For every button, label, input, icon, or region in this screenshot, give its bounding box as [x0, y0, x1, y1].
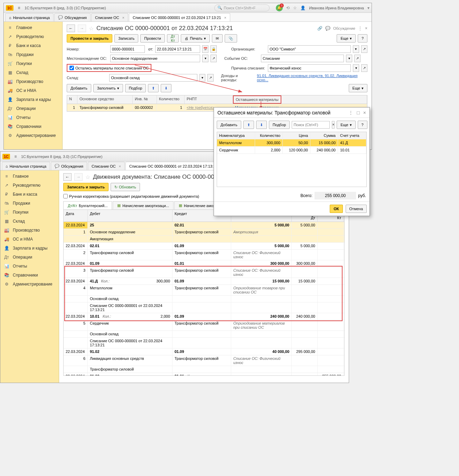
discuss-label[interactable]: Обсуждение [333, 26, 355, 30]
lock-icon[interactable]: 🔒 [210, 45, 217, 53]
close-icon[interactable]: × [365, 26, 367, 31]
sidebar-item-10[interactable]: 📊Отчеты [0, 262, 59, 271]
col-qty[interactable]: Количество [157, 95, 185, 104]
calendar-icon[interactable]: 📅 [202, 45, 208, 53]
open-icon[interactable]: ↗ [207, 74, 214, 82]
sidebar-item-10[interactable]: 📊Отчеты [4, 113, 62, 122]
more-icon[interactable]: ⋮ [358, 26, 362, 31]
refresh-button[interactable]: ↻ Обновить [111, 183, 140, 191]
more-button[interactable]: Еще ▾ [349, 84, 367, 92]
sidebar-item-4[interactable]: 🛒Покупки [0, 208, 59, 217]
more-icon[interactable]: ⋮ [348, 110, 353, 115]
clear-icon[interactable]: × [332, 121, 335, 129]
maximize-icon[interactable]: □ [357, 110, 359, 115]
move-up-button[interactable]: ⬆ [148, 84, 159, 92]
sidebar-item-0[interactable]: ≡Главное [0, 172, 59, 181]
col-inv[interactable]: Инв. № [133, 95, 157, 104]
sidebar-item-7[interactable]: 🚚ОС и НМА [0, 235, 59, 244]
save-button[interactable]: Записать [114, 34, 138, 43]
link-icon[interactable]: 🔗 [317, 26, 322, 31]
print-button[interactable]: 🖨 Печать ▾ [181, 34, 209, 43]
help-button[interactable]: ? [358, 34, 367, 43]
dtkt-button[interactable]: ДтКт [167, 34, 179, 43]
col-sum[interactable]: Сумма [310, 132, 338, 139]
sidebar-item-6[interactable]: 🏭Производство [4, 77, 62, 86]
col-account[interactable]: Счет учета [338, 132, 366, 139]
date-input[interactable] [155, 45, 200, 53]
menu-icon[interactable]: ≡ [16, 6, 22, 10]
dialog-search-input[interactable] [292, 121, 330, 129]
fill-button[interactable]: Заполнить ▾ [93, 84, 123, 92]
sidebar-item-0[interactable]: ≡Главное [4, 23, 62, 32]
dropdown-icon[interactable]: ▾ [367, 6, 369, 10]
table-row[interactable]: Сердечник2,000120 000,00240 000,0010.01 [217, 147, 366, 154]
sidebar-item-3[interactable]: 🛍Продажи [4, 50, 62, 59]
sidebar-item-5[interactable]: ▦Склад [0, 217, 59, 226]
sidebar-item-1[interactable]: ↗Руководителю [0, 181, 59, 190]
mail-button[interactable]: ✉ [212, 34, 223, 43]
sidebar-item-3[interactable]: 🛍Продажи [0, 199, 59, 208]
table-row[interactable]: 22.03.20242502.015 000,005 000,00 [64, 222, 344, 229]
tab-writeoff-doc[interactable]: Списание ОС 0000-000001 от 22.03.2024 17… [125, 162, 221, 170]
menu-icon[interactable]: ≡ [13, 154, 18, 159]
open-icon[interactable]: ↗ [354, 55, 360, 62]
ok-button[interactable]: ОК [330, 205, 343, 213]
sidebar-item-5[interactable]: ▦Склад [4, 68, 62, 77]
open-icon[interactable]: ↗ [210, 55, 217, 62]
col-price[interactable]: Цена [283, 132, 310, 139]
move-down-button[interactable]: ⬇ [161, 84, 171, 92]
sidebar-item-8[interactable]: 👤Зарплата и кадры [4, 95, 62, 104]
nav-back-button[interactable]: ← [67, 25, 75, 32]
location-input[interactable] [110, 55, 200, 62]
add-button[interactable]: Добавить [67, 84, 91, 92]
post-close-button[interactable]: Провести и закрыть [67, 34, 112, 43]
tab-writeoff-doc[interactable]: Списание ОС 0000-000001 от 22.03.2024 17… [129, 13, 230, 21]
table-row[interactable]: 22.03.202410.01 Кол.: 2,00001.09240 000,… [64, 313, 344, 320]
post-button[interactable]: Провести [140, 34, 165, 43]
user-name[interactable]: Иванова Ирина Владимировна [309, 6, 364, 10]
table-row[interactable]: 22.03.202402.0101.095 000,005 000,00 [64, 243, 344, 250]
sidebar-item-6[interactable]: 🏭Производство [0, 226, 59, 235]
sidebar-item-2[interactable]: ₽Банк и касса [0, 190, 59, 199]
close-icon[interactable]: × [122, 16, 124, 20]
col-debit[interactable]: Дебет [88, 210, 172, 222]
sidebar-item-4[interactable]: 🛒Покупки [4, 59, 62, 68]
materials-remain-checkbox[interactable]: Остались материалы после списания ОС [67, 64, 151, 72]
table-row[interactable]: Металлолом300,00050,0015 000,0041.Д [217, 139, 366, 147]
col-rnpt[interactable]: РНПТ [185, 95, 233, 104]
tab-home[interactable]: ⌂Начальная страница [2, 162, 50, 170]
help-button[interactable]: ? [358, 121, 367, 129]
sidebar-item-11[interactable]: 📚Справочники [4, 122, 62, 131]
star-icon[interactable]: ☆ [89, 25, 94, 32]
table-row[interactable]: 22.03.202401.0901.01300 000,00300 000,00 [64, 260, 344, 267]
nav-fwd-button[interactable]: → [78, 25, 86, 32]
close-icon[interactable]: × [363, 110, 366, 115]
open-icon[interactable]: ↗ [361, 45, 367, 53]
tab-amort1[interactable]: ▦Начисление амортизаци... [113, 201, 174, 209]
sidebar-item-11[interactable]: 📚Справочники [0, 271, 59, 280]
sidebar-item-7[interactable]: 🚚ОС и НМА [4, 86, 62, 95]
event-input[interactable] [261, 55, 344, 62]
move-down-button[interactable]: ⬇ [256, 121, 267, 129]
sidebar-item-12[interactable]: ⚙Администрирование [0, 280, 59, 289]
sidebar-item-2[interactable]: ₽Банк и касса [4, 41, 62, 50]
tab-discuss[interactable]: 💬Обсуждения [51, 162, 87, 170]
col-os[interactable]: Основное средство [77, 95, 133, 104]
table-row[interactable]: 22.03.202401.0991.01 Кол.:255 000,00 [64, 373, 344, 376]
tab-writeoff[interactable]: Списание ОС× [91, 13, 128, 21]
save-close-button[interactable]: Записать и закрыть [63, 183, 109, 191]
number-input[interactable] [110, 45, 145, 53]
sidebar-item-9[interactable]: ДтОперации [0, 253, 59, 262]
global-search-input[interactable]: 🔍 Поиск Ctrl+Shift+F [214, 4, 270, 11]
bell-icon[interactable]: 🔔 [276, 4, 283, 11]
dropdown-icon[interactable]: ▾ [346, 55, 352, 62]
open-icon[interactable]: ↗ [361, 64, 367, 72]
cancel-button[interactable]: Отмена [346, 205, 367, 213]
sidebar-item-1[interactable]: ↗Руководителю [4, 32, 62, 41]
star-icon[interactable]: ☆ [85, 174, 90, 180]
pick-button[interactable]: Подбор [269, 121, 290, 129]
manual-edit-checkbox[interactable] [63, 194, 68, 198]
discuss-icon[interactable]: 💬 [325, 26, 330, 31]
sidebar-item-9[interactable]: ДтОперации [4, 104, 62, 113]
tab-home[interactable]: ⌂Начальная страница [5, 13, 54, 21]
